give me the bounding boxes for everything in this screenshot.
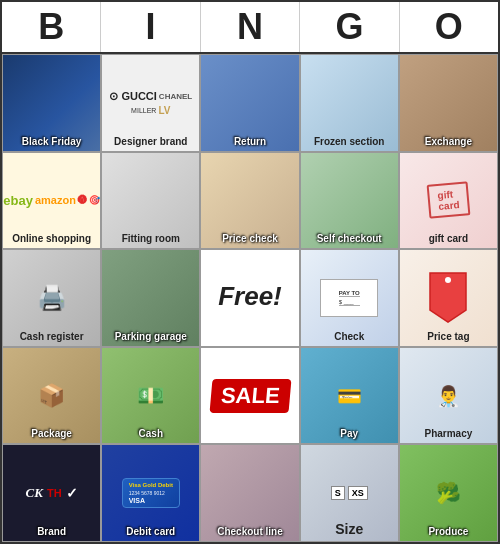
cell-label-self-checkout: Self checkout: [315, 233, 384, 245]
sale-graphic: SALE: [209, 379, 291, 413]
logos-container: ⊙ GUCCI CHANEL MILLER LV: [102, 88, 199, 118]
cell-cash-register[interactable]: 🖨️ Cash register: [2, 249, 101, 347]
cell-label-pay: Pay: [338, 428, 360, 440]
cell-label-designer-brand: Designer brand: [112, 136, 189, 148]
cell-return[interactable]: Return: [200, 54, 299, 152]
cell-label-fitting-room: Fitting room: [120, 233, 182, 245]
cell-label-produce: Produce: [426, 526, 470, 538]
cell-label-frozen-section: Frozen section: [312, 136, 387, 148]
cell-label-exchange: Exchange: [423, 136, 474, 148]
header-o: O: [400, 2, 498, 52]
header-i: I: [101, 2, 200, 52]
cell-cash[interactable]: 💵 Cash: [101, 347, 200, 445]
cell-online-shopping[interactable]: ebay amazon 🅐 🎯 Online shopping: [2, 152, 101, 250]
cell-sale[interactable]: SALE: [200, 347, 299, 445]
cell-package[interactable]: 📦 Package: [2, 347, 101, 445]
cell-label-package: Package: [29, 428, 74, 440]
cell-parking-garage[interactable]: Parking garage: [101, 249, 200, 347]
cell-free[interactable]: Free!: [200, 249, 299, 347]
cell-label-price-check: Price check: [220, 233, 280, 245]
header-g: G: [300, 2, 399, 52]
cell-fitting-room[interactable]: Fitting room: [101, 152, 200, 250]
cell-check[interactable]: PAY TO $ ___ Check: [300, 249, 399, 347]
cell-frozen-section[interactable]: Frozen section: [300, 54, 399, 152]
cell-pharmacy[interactable]: 👨‍⚕️ Pharmacy: [399, 347, 498, 445]
header-n: N: [201, 2, 300, 52]
cell-label-pharmacy: Pharmacy: [422, 428, 474, 440]
cell-label-price-tag: Price tag: [425, 331, 471, 343]
cell-label-gift-card: gift card: [427, 233, 470, 245]
cell-label-parking-garage: Parking garage: [113, 331, 189, 343]
cell-label-brand: Brand: [35, 526, 68, 538]
cell-pay[interactable]: 💳 Pay: [300, 347, 399, 445]
cell-label-cash: Cash: [137, 428, 165, 440]
cell-produce[interactable]: 🥦 Produce: [399, 444, 498, 542]
cell-debit-card[interactable]: Visa Gold Debit 1234 5678 9012 VISA Debi…: [101, 444, 200, 542]
cell-label-check: Check: [332, 331, 366, 343]
cell-label-cash-register: Cash register: [18, 331, 86, 343]
header-b: B: [2, 2, 101, 52]
cell-label-black-friday: Black Friday: [20, 136, 83, 148]
bingo-card: B I N G O Black Friday ⊙ GUCCI CHANEL MI…: [0, 0, 500, 544]
cell-black-friday[interactable]: Black Friday: [2, 54, 101, 152]
cell-price-tag[interactable]: Price tag: [399, 249, 498, 347]
cell-self-checkout[interactable]: Self checkout: [300, 152, 399, 250]
cell-label-size: Size: [333, 521, 365, 538]
cell-label-online-shopping: Online shopping: [10, 233, 93, 245]
svg-point-1: [445, 277, 451, 283]
cell-checkout-line[interactable]: Checkout line: [200, 444, 299, 542]
cell-label-return: Return: [232, 136, 268, 148]
cell-designer-brand[interactable]: ⊙ GUCCI CHANEL MILLER LV Designer brand: [101, 54, 200, 152]
cell-price-check[interactable]: Price check: [200, 152, 299, 250]
cell-label-free: Free!: [218, 281, 282, 312]
cell-gift-card[interactable]: giftcard gift card: [399, 152, 498, 250]
cell-label-debit-card: Debit card: [124, 526, 177, 538]
bingo-header: B I N G O: [2, 2, 498, 54]
cell-size[interactable]: S XS Size: [300, 444, 399, 542]
cell-exchange[interactable]: Exchange: [399, 54, 498, 152]
cell-brand[interactable]: CK TH ✓ Brand: [2, 444, 101, 542]
cell-label-checkout-line: Checkout line: [215, 526, 285, 538]
bingo-grid: Black Friday ⊙ GUCCI CHANEL MILLER LV De…: [2, 54, 498, 542]
